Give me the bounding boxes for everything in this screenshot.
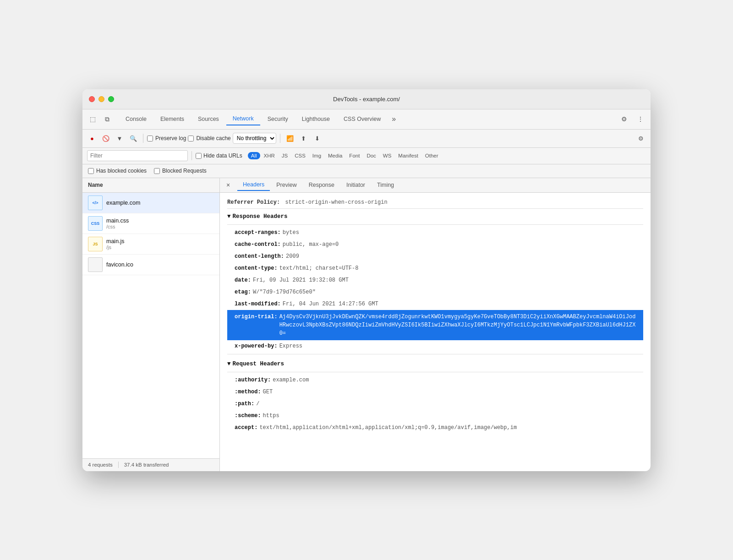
file-item-main-js[interactable]: JS main.js /js xyxy=(82,234,219,255)
hide-data-urls-label[interactable]: Hide data URLs xyxy=(196,152,242,159)
file-path-js: /js xyxy=(106,245,125,250)
filter-input[interactable] xyxy=(90,152,185,159)
cursor-icon[interactable]: ⬚ xyxy=(86,113,99,125)
upload-icon[interactable]: ⬆ xyxy=(298,132,310,144)
headers-tabs: × Headers Preview Response Initiator Tim… xyxy=(220,178,651,193)
filter-css-button[interactable]: CSS xyxy=(291,152,309,159)
filter-img-button[interactable]: Img xyxy=(309,152,324,159)
network-settings-icon[interactable]: ⚙ xyxy=(635,132,647,144)
has-blocked-cookies-checkbox[interactable] xyxy=(88,168,94,174)
header-name-x-powered-by: x-powered-by: xyxy=(235,342,278,350)
filter-icon[interactable]: ▼ xyxy=(114,132,126,144)
header-value-last-modified: Fri, 04 Jun 2021 14:27:56 GMT xyxy=(283,300,378,308)
tab-lighthouse[interactable]: Lighthouse xyxy=(295,113,336,125)
file-item-main-css[interactable]: CSS main.css /css xyxy=(82,213,219,234)
more-options-icon[interactable]: ⋮ xyxy=(634,113,647,125)
header-name-method: :method: xyxy=(235,388,261,396)
request-headers-label: Request Headers xyxy=(233,361,284,367)
blocked-requests-checkbox[interactable] xyxy=(154,168,160,174)
file-name-wrap-js: main.js /js xyxy=(106,238,125,250)
filter-doc-button[interactable]: Doc xyxy=(363,152,379,159)
tab-response[interactable]: Response xyxy=(303,179,340,190)
referrer-policy-value: strict-origin-when-cross-origin xyxy=(285,199,387,206)
divider-after-request-title xyxy=(227,372,643,372)
header-name-authority: :authority: xyxy=(235,376,271,384)
maximize-button[interactable] xyxy=(108,96,114,102)
file-item-favicon[interactable]: favicon.ico xyxy=(82,255,219,275)
preserve-log-label[interactable]: Preserve log xyxy=(147,135,186,141)
filter-manifest-button[interactable]: Manifest xyxy=(395,152,421,159)
filter-font-button[interactable]: Font xyxy=(346,152,363,159)
disable-cache-checkbox[interactable] xyxy=(188,136,194,141)
header-value-scheme: https xyxy=(263,412,279,420)
tab-list: Console Elements Sources Network Securit… xyxy=(119,113,618,125)
preserve-log-checkbox[interactable] xyxy=(147,136,153,141)
header-last-modified: last-modified: Fri, 04 Jun 2021 14:27:56… xyxy=(227,298,643,310)
more-tabs-button[interactable]: » xyxy=(388,113,399,125)
wifi-icon[interactable]: 📶 xyxy=(284,132,296,144)
file-icon-css: CSS xyxy=(88,216,103,231)
filter-js-button[interactable]: JS xyxy=(279,152,291,159)
header-value-cache-control: public, max-age=0 xyxy=(283,240,339,249)
file-list-header: Name xyxy=(82,178,219,193)
header-value-accept-ranges: bytes xyxy=(283,228,299,237)
search-icon[interactable]: 🔍 xyxy=(127,132,139,144)
response-headers-arrow: ▼ xyxy=(227,213,231,220)
header-name-last-modified: last-modified: xyxy=(235,300,281,308)
tab-timing[interactable]: Timing xyxy=(372,179,399,190)
tab-elements[interactable]: Elements xyxy=(154,113,191,125)
header-value-accept: text/html,application/xhtml+xml,applicat… xyxy=(259,424,517,432)
header-date: date: Fri, 09 Jul 2021 19:32:08 GMT xyxy=(227,274,643,286)
blocked-requests-label[interactable]: Blocked Requests xyxy=(154,168,207,174)
request-headers-title: ▼ Request Headers xyxy=(227,356,643,370)
tabbar-right-controls: ⚙ ⋮ xyxy=(618,113,647,125)
divider-before-request xyxy=(227,354,643,354)
header-name-date: date: xyxy=(235,276,251,284)
status-bar: 4 requests 37.4 kB transferred xyxy=(82,458,219,471)
header-scheme: :scheme: https xyxy=(227,410,643,422)
divider-after-response-title xyxy=(227,224,643,225)
has-blocked-cookies-label[interactable]: Has blocked cookies xyxy=(88,168,147,174)
filter-xhr-button[interactable]: XHR xyxy=(261,152,278,159)
tab-headers[interactable]: Headers xyxy=(237,179,270,191)
record-button[interactable]: ● xyxy=(86,132,98,144)
dock-icon[interactable]: ⧉ xyxy=(101,113,114,125)
header-value-authority: example.com xyxy=(273,376,309,384)
filter-ws-button[interactable]: WS xyxy=(380,152,395,159)
referrer-policy-row: Referrer Policy: strict-origin-when-cros… xyxy=(227,196,643,209)
header-x-powered-by: x-powered-by: Express xyxy=(227,340,643,352)
header-name-scheme: :scheme: xyxy=(235,412,261,420)
stop-recording-button[interactable]: 🚫 xyxy=(100,132,112,144)
filter-all-button[interactable]: All xyxy=(248,152,260,159)
minimize-button[interactable] xyxy=(98,96,104,102)
headers-close-button[interactable]: × xyxy=(224,180,233,190)
tab-initiator[interactable]: Initiator xyxy=(341,179,371,190)
tab-console[interactable]: Console xyxy=(119,113,153,125)
tab-sources[interactable]: Sources xyxy=(191,113,225,125)
settings-icon[interactable]: ⚙ xyxy=(618,113,630,125)
header-value-method: GET xyxy=(263,388,273,396)
disable-cache-label[interactable]: Disable cache xyxy=(188,135,230,141)
file-name-css: main.css xyxy=(106,217,129,224)
response-headers-title: ▼ Response Headers xyxy=(227,209,643,223)
filter-other-button[interactable]: Other xyxy=(422,152,442,159)
header-authority: :authority: example.com xyxy=(227,374,643,386)
close-button[interactable] xyxy=(89,96,95,102)
download-icon[interactable]: ⬇ xyxy=(312,132,323,144)
tab-security[interactable]: Security xyxy=(261,113,295,125)
filter-bar: Hide data URLs All XHR JS CSS Img Media … xyxy=(82,148,651,164)
hide-data-urls-checkbox[interactable] xyxy=(196,153,202,159)
network-toolbar: ● 🚫 ▼ 🔍 Preserve log Disable cache No th… xyxy=(82,130,651,148)
file-item-example-com[interactable]: </> example.com xyxy=(82,193,219,213)
header-value-etag: W/"7d9-179d76c65e0" xyxy=(253,288,316,296)
separator-1 xyxy=(143,134,143,143)
header-name-accept-ranges: accept-ranges: xyxy=(235,228,281,237)
tab-preview[interactable]: Preview xyxy=(271,179,302,190)
tab-css-overview[interactable]: CSS Overview xyxy=(337,113,387,125)
tab-network[interactable]: Network xyxy=(226,113,260,125)
throttle-select[interactable]: No throttling Fast 3G Slow 3G Offline xyxy=(233,133,276,144)
transfer-size: 37.4 kB transferred xyxy=(124,462,169,468)
main-tabbar: ⬚ ⧉ Console Elements Sources Network Sec… xyxy=(82,109,651,130)
filter-media-button[interactable]: Media xyxy=(325,152,345,159)
header-name-path: :path: xyxy=(235,400,254,408)
